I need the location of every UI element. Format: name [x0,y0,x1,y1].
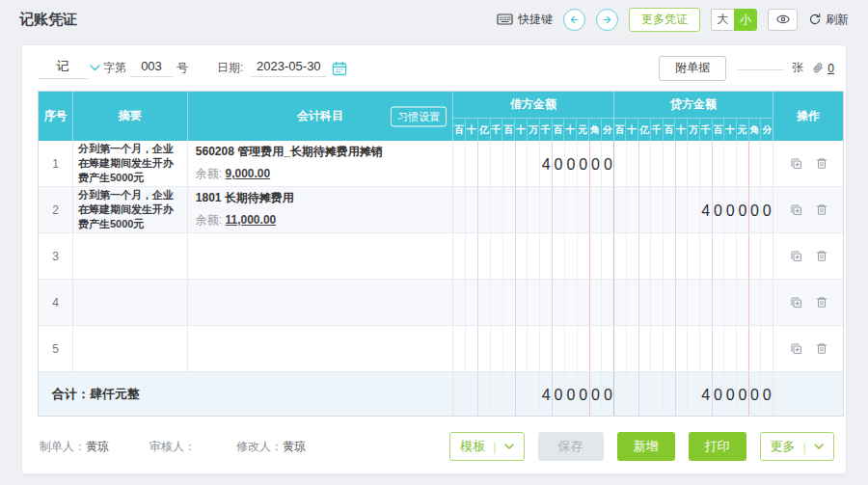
delete-row-icon[interactable] [815,341,828,356]
attachment-count-field[interactable] [738,67,784,70]
amount-digit-cell [578,280,590,325]
save-button[interactable]: 保存 [538,432,604,461]
amount-digit-cell [724,280,737,325]
attachment-count-link[interactable]: 0 [827,62,834,75]
row-operations [773,326,843,371]
next-voucher-button[interactable] [596,9,618,31]
shortcut-keys-button[interactable]: 快捷键 [497,12,553,28]
total-debit-amount: 400000 [453,372,614,416]
habit-settings-button[interactable]: 习惯设置 [391,106,447,126]
more-vouchers-button[interactable]: 更多凭证 [629,8,700,32]
delete-row-icon[interactable] [815,202,828,217]
account-cell[interactable] [188,233,454,279]
button-divider: | [493,440,496,454]
amount-digit-cell [553,187,565,232]
insert-row-icon[interactable] [789,249,803,263]
summary-cell[interactable]: 分到第一个月，企业在筹建期间发生开办费产生5000元 [73,141,188,186]
refresh-label: 刷新 [826,12,849,28]
calendar-icon[interactable] [332,61,347,76]
attachment-unit-label: 张 [792,60,803,76]
amount-digit-cell [528,280,540,325]
amount-digit-cell [724,326,737,371]
summary-cell[interactable] [73,280,188,325]
delete-row-icon[interactable] [815,249,828,263]
date-field[interactable]: 2023-05-30 [251,59,326,77]
credit-amount-cell[interactable] [614,280,773,325]
size-small-button[interactable]: 小 [734,9,757,31]
total-row: 合计：肆仟元整 400000 400000 [39,372,843,416]
template-button[interactable]: 模板 | [449,432,524,461]
amount-digit-cell [478,233,491,279]
amount-digit-cell [503,141,516,186]
amount-digit-cell: 0 [749,372,762,416]
refresh-button[interactable]: 刷新 [808,12,849,28]
amount-digit-cell [676,280,689,325]
visibility-button[interactable] [768,9,798,31]
debit-amount-cell[interactable]: 400000 [453,141,614,186]
amount-digit-cell [491,326,503,371]
amount-digit-cell [553,280,565,325]
debit-amount-cell[interactable] [453,187,614,232]
voucher-number-field[interactable]: 003 [130,59,173,77]
summary-cell[interactable] [73,326,188,371]
header-debit: 借方金额 [453,92,614,118]
add-button[interactable]: 新增 [617,432,675,461]
summary-cell[interactable]: 分到第一个月，企业在筹建期间发生开办费产生5000元 [73,187,188,232]
amount-digit-cell [639,233,652,279]
amount-digit-cell [528,141,540,186]
debit-amount-cell[interactable] [453,326,614,371]
row-seq: 4 [39,280,73,325]
amount-digit-cell: 0 [713,372,725,416]
account-cell[interactable]: 560208 管理费用_长期待摊费用摊销余额: 9,000.00 [188,141,454,186]
amount-digit-cell [651,280,664,325]
keyboard-icon [497,13,513,26]
delete-row-icon[interactable] [815,156,828,171]
amount-digit-cell [466,326,478,371]
attach-receipt-button[interactable]: 附单据 [659,56,726,81]
amount-digit-cell: 0 [713,187,725,232]
amount-digit-cell [676,372,689,416]
chevron-down-icon[interactable] [90,65,100,71]
amount-digit-cell [664,187,676,232]
amount-digit-cell [491,187,503,232]
voucher-row: 5 [39,326,843,372]
debit-amount-cell[interactable] [453,280,614,325]
digit-label: 十 [626,119,638,141]
size-large-button[interactable]: 大 [711,9,734,31]
insert-row-icon[interactable] [789,156,803,171]
amount-digit-cell [478,280,491,325]
account-cell[interactable]: 1801 长期待摊费用余额: 11,000.00 [188,187,454,232]
account-cell[interactable] [188,280,454,325]
voucher-word-field[interactable]: 记 [38,58,88,79]
more-button[interactable]: 更多 | [760,432,834,461]
balance-label: 余额: [196,213,222,227]
header-summary: 摘要 [73,92,188,141]
insert-row-icon[interactable] [789,341,803,356]
amount-digit-cell: 0 [724,187,737,232]
amount-digit-cell [602,280,613,325]
row-operations [773,280,843,325]
credit-amount-cell[interactable]: 400000 [614,187,773,232]
amount-digit-cell [478,372,491,416]
print-button[interactable]: 打印 [689,432,746,461]
delete-row-icon[interactable] [815,295,828,310]
debit-amount-cell[interactable] [453,233,614,279]
credit-amount-cell[interactable] [614,233,773,279]
amount-digit-cell: 0 [553,372,565,416]
amount-digit-cell [639,326,652,371]
amount-digit-cell [614,187,627,232]
account-cell[interactable] [188,326,454,371]
digit-label: 十 [564,119,577,141]
summary-cell[interactable] [73,233,188,279]
account-title: 560208 管理费用_长期待摊费用摊销 [196,144,446,160]
paperclip-icon[interactable] [811,62,825,75]
credit-amount-cell[interactable] [614,141,773,186]
insert-row-icon[interactable] [789,202,803,217]
amount-digit-cell [466,187,478,232]
table-body: 1分到第一个月，企业在筹建期间发生开办费产生5000元560208 管理费用_长… [39,141,843,372]
insert-row-icon[interactable] [789,295,803,310]
amount-digit-cell [466,372,478,416]
amount-digit-cell: 0 [565,141,578,186]
prev-voucher-button[interactable] [563,9,585,31]
credit-amount-cell[interactable] [614,326,773,371]
